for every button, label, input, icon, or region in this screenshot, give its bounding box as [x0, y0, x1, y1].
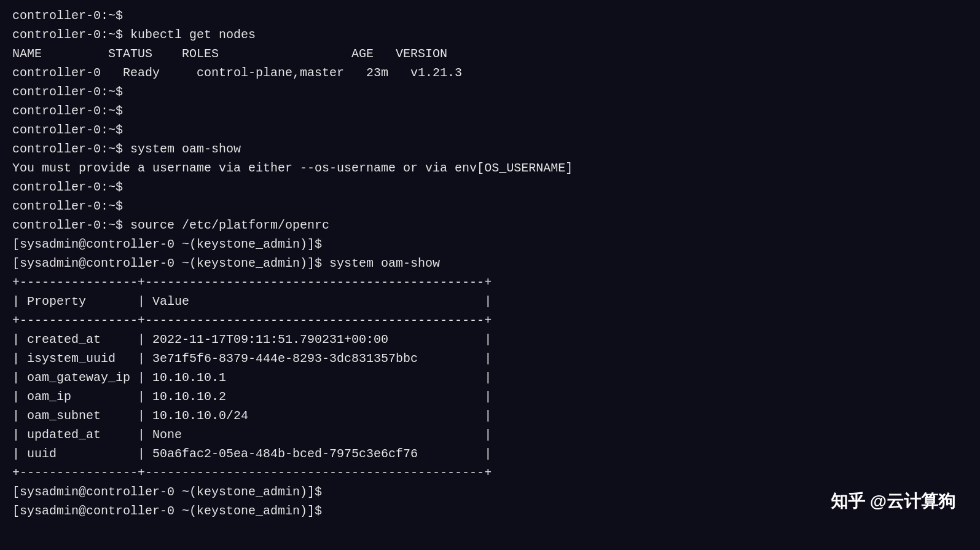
terminal-line: | created_at | 2022-11-17T09:11:51.79023…: [12, 330, 968, 349]
terminal-line: controller-0:~$: [12, 120, 968, 139]
terminal-line: [sysadmin@controller-0 ~(keystone_admin)…: [12, 482, 968, 501]
terminal-output: controller-0:~$controller-0:~$ kubectl g…: [12, 6, 968, 521]
terminal-window: controller-0:~$controller-0:~$ kubectl g…: [0, 0, 980, 550]
terminal-line: | updated_at | None |: [12, 425, 968, 444]
terminal-line: controller-0:~$ kubectl get nodes: [12, 25, 968, 44]
terminal-line: NAME STATUS ROLES AGE VERSION: [12, 44, 968, 63]
terminal-line: | oam_subnet | 10.10.10.0/24 |: [12, 406, 968, 425]
terminal-line: [sysadmin@controller-0 ~(keystone_admin)…: [12, 254, 968, 273]
terminal-line: | oam_ip | 10.10.10.2 |: [12, 387, 968, 406]
terminal-line: | Property | Value |: [12, 292, 968, 311]
terminal-line: | uuid | 50a6fac2-05ea-484b-bced-7975c3e…: [12, 444, 968, 463]
terminal-line: [sysadmin@controller-0 ~(keystone_admin)…: [12, 501, 968, 521]
terminal-line: controller-0:~$ system oam-show: [12, 139, 968, 159]
terminal-line: | oam_gateway_ip | 10.10.10.1 |: [12, 368, 968, 387]
terminal-line: | isystem_uuid | 3e71f5f6-8379-444e-8293…: [12, 349, 968, 368]
terminal-line: controller-0:~$: [12, 82, 968, 101]
terminal-line: controller-0 Ready control-plane,master …: [12, 63, 968, 82]
terminal-line: controller-0:~$: [12, 178, 968, 197]
terminal-line: +----------------+----------------------…: [12, 463, 968, 482]
terminal-line: controller-0:~$: [12, 101, 968, 120]
terminal-line: You must provide a username via either -…: [12, 159, 968, 178]
terminal-line: +----------------+----------------------…: [12, 311, 968, 330]
watermark: 知乎 @云计算狗: [831, 490, 955, 513]
terminal-line: +----------------+----------------------…: [12, 273, 968, 292]
terminal-line: [sysadmin@controller-0 ~(keystone_admin)…: [12, 235, 968, 254]
terminal-line: controller-0:~$ source /etc/platform/ope…: [12, 216, 968, 235]
terminal-line: controller-0:~$: [12, 197, 968, 216]
terminal-line: controller-0:~$: [12, 6, 968, 25]
